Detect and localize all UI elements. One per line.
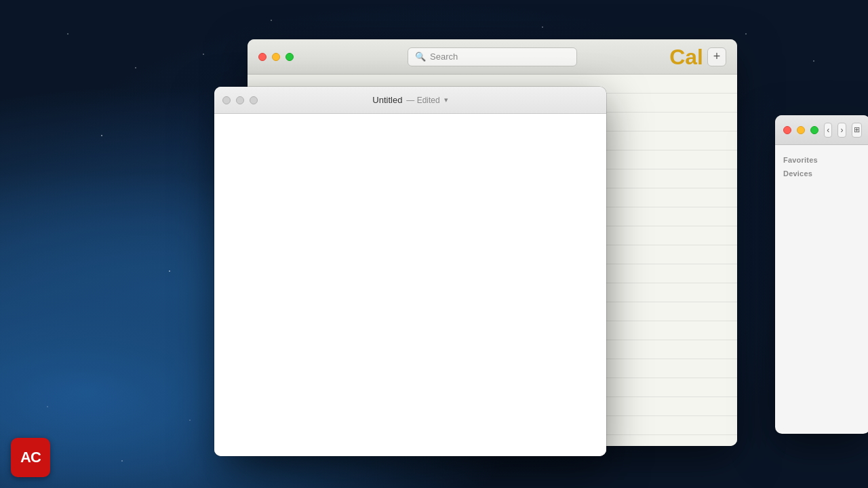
editor-close-button[interactable]	[222, 96, 231, 104]
editor-minimize-button[interactable]	[236, 96, 244, 104]
editor-maximize-button[interactable]	[250, 96, 258, 104]
editor-window: Untitled — Edited ▾	[214, 87, 606, 456]
search-placeholder: Search	[430, 52, 458, 62]
notes-titlebar: 🔍 Search Cal +	[248, 39, 737, 75]
notes-search-field[interactable]: 🔍 Search	[408, 47, 577, 66]
finder-forward-button[interactable]: ›	[837, 123, 846, 138]
finder-traffic-lights	[783, 126, 818, 134]
chevron-down-icon: ▾	[444, 96, 448, 104]
finder-maximize-button[interactable]	[810, 126, 818, 134]
finder-back-button[interactable]: ‹	[824, 123, 832, 138]
editor-traffic-lights	[222, 96, 258, 104]
notes-maximize-button[interactable]	[285, 53, 294, 61]
editor-title: Untitled — Edited ▾	[372, 95, 448, 105]
notes-close-button[interactable]	[258, 53, 267, 61]
notes-minimize-button[interactable]	[272, 53, 280, 61]
ac-badge: AC	[11, 438, 50, 477]
notes-app-title: Cal	[669, 44, 703, 69]
editor-edited-label: — Edited	[406, 96, 439, 105]
editor-titlebar: Untitled — Edited ▾	[214, 87, 606, 114]
notes-add-button[interactable]: +	[707, 47, 726, 66]
finder-grid-view-button[interactable]: ⊞	[852, 123, 862, 138]
finder-devices-label: Devices	[775, 167, 868, 180]
finder-window: ‹ › ⊞ Favorites Devices	[775, 115, 868, 434]
finder-close-button[interactable]	[783, 126, 791, 134]
editor-document-name: Untitled	[372, 95, 402, 105]
editor-body[interactable]	[214, 114, 606, 456]
finder-titlebar: ‹ › ⊞	[775, 115, 868, 145]
finder-sidebar: Favorites Devices	[775, 145, 868, 188]
finder-favorites-label: Favorites	[775, 153, 868, 167]
finder-minimize-button[interactable]	[797, 126, 805, 134]
search-icon: 🔍	[415, 52, 426, 62]
notes-traffic-lights	[258, 53, 294, 61]
